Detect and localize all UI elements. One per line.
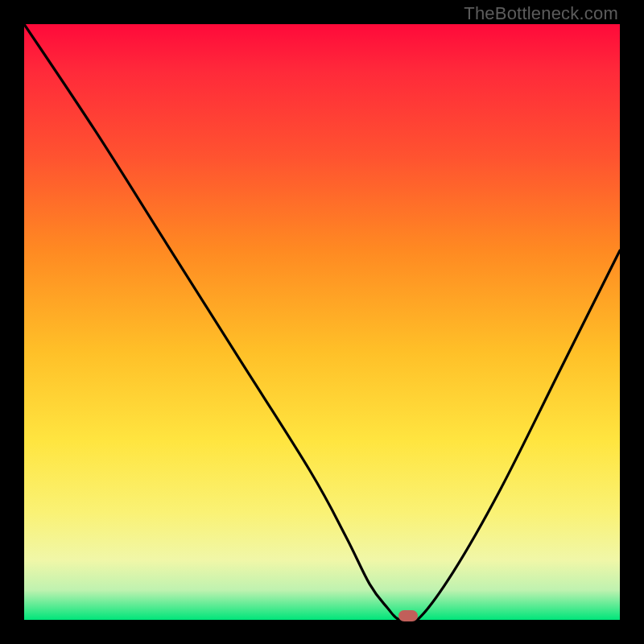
- plot-area: [24, 24, 620, 620]
- watermark-label: TheBottleneck.com: [464, 3, 618, 24]
- chart-frame: TheBottleneck.com: [0, 0, 644, 644]
- bottleneck-curve: [24, 24, 620, 620]
- curve-path: [24, 24, 620, 620]
- optimal-marker: [398, 610, 418, 621]
